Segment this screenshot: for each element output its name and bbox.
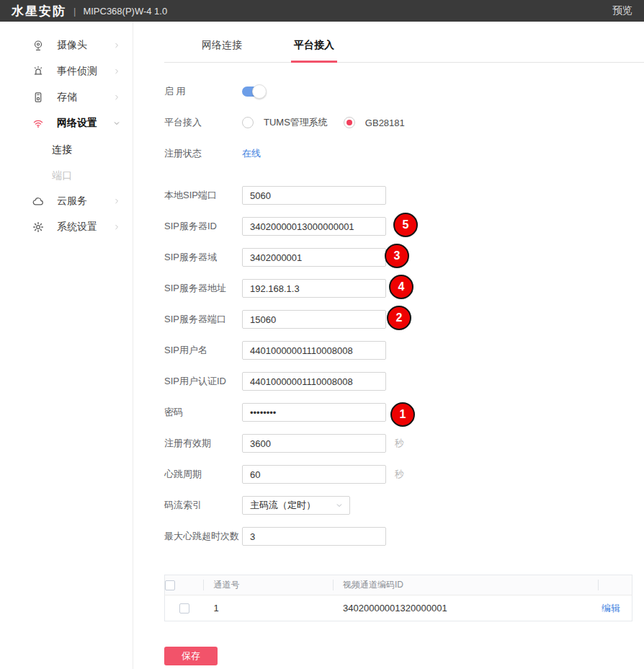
sidebar-item-cloud-service[interactable]: 云服务 (0, 188, 133, 214)
chevron-right-icon (112, 197, 121, 205)
sidebar-item-network-settings[interactable]: 网络设置 (0, 110, 133, 136)
annotation-badge-1: 1 (390, 402, 415, 427)
preview-link[interactable]: 预览 (612, 4, 632, 17)
unit-label: 秒 (395, 437, 404, 450)
radio-gb28181[interactable]: GB28181 (344, 117, 405, 128)
form-row: 注册有效期 秒 (164, 434, 644, 453)
channel-table: 通道号 视频通道编码ID 1 34020000001320000001 编辑 (164, 575, 632, 621)
sidebar-item-camera[interactable]: 摄像头 (0, 32, 133, 58)
field-label: 注册状态 (164, 147, 242, 160)
storage-icon (32, 91, 45, 104)
save-button[interactable]: 保存 (164, 647, 218, 665)
register-validity-input[interactable] (242, 434, 386, 453)
form-row: SIP用户认证ID (164, 372, 644, 391)
sidebar: 摄像头 事件侦测 存储 (0, 22, 133, 669)
unit-label: 秒 (395, 468, 404, 481)
column-header-channel: 通道号 (203, 575, 333, 595)
sidebar-item-label: 事件侦测 (57, 65, 97, 78)
annotation-badge-5: 5 (393, 213, 418, 237)
chevron-right-icon (112, 93, 121, 102)
register-status-value: 在线 (242, 147, 261, 160)
field-label: 最大心跳超时次数 (164, 530, 242, 543)
form-row: 密码 1 (164, 403, 644, 422)
sidebar-item-label: 存储 (57, 91, 77, 104)
wifi-icon (32, 117, 45, 130)
main-content: 网络连接 平台接入 启 用 平台接入 TUMS管理系统 GB28181 (133, 22, 644, 669)
channel-number-cell: 1 (203, 595, 333, 621)
form-row: SIP服务器域 3 (164, 248, 644, 267)
field-label: 密码 (164, 406, 242, 419)
field-label: SIP服务器端口 (164, 313, 242, 326)
stream-index-select[interactable]: 主码流（定时） (242, 496, 350, 515)
sip-server-address-input[interactable] (242, 279, 386, 298)
sidebar-item-event-detection[interactable]: 事件侦测 (0, 58, 133, 84)
chevron-down-icon (112, 119, 121, 128)
radio-circle (344, 117, 355, 128)
topbar: 水星安防 | MIPC368(P)W-4 1.0 预览 (0, 0, 644, 22)
chevron-right-icon (112, 67, 121, 76)
alarm-icon (32, 65, 45, 78)
table-row: 1 34020000001320000001 编辑 (165, 595, 632, 621)
sidebar-item-system-settings[interactable]: 系统设置 (0, 214, 133, 240)
local-sip-port-input[interactable] (242, 186, 386, 205)
annotation-badge-3: 3 (385, 244, 409, 268)
cloud-icon (32, 195, 45, 208)
field-label: 平台接入 (164, 116, 242, 129)
column-header-action (598, 575, 632, 595)
sidebar-subitem-port[interactable]: 端口 (0, 162, 133, 188)
sip-server-domain-input[interactable] (242, 248, 386, 267)
platform-access-form: 启 用 平台接入 TUMS管理系统 GB28181 注册状态 在线 (164, 63, 644, 665)
field-label: SIP用户认证ID (164, 375, 242, 388)
device-model: MIPC368(P)W-4 1.0 (83, 6, 167, 17)
tab-bar: 网络连接 平台接入 (164, 22, 644, 63)
column-header-encoding-id: 视频通道编码ID (333, 575, 598, 595)
select-value: 主码流（定时） (250, 499, 316, 512)
enable-toggle[interactable] (242, 87, 264, 97)
form-row: SIP服务器ID 5 (164, 217, 644, 236)
tab-network-connection[interactable]: 网络连接 (199, 39, 245, 62)
chevron-right-icon (112, 223, 121, 231)
chevron-right-icon (112, 41, 121, 50)
radio-circle (242, 117, 254, 128)
annotation-badge-2: 2 (387, 306, 411, 330)
sidebar-item-label: 摄像头 (57, 39, 87, 52)
form-row-register-status: 注册状态 在线 (164, 144, 644, 163)
form-row: 心跳周期 秒 (164, 465, 644, 484)
password-input[interactable] (242, 403, 386, 422)
form-row: 码流索引 主码流（定时） (164, 496, 644, 515)
gear-icon (32, 221, 45, 234)
row-checkbox[interactable] (179, 603, 189, 613)
chevron-down-icon (335, 501, 344, 510)
sip-username-input[interactable] (242, 341, 386, 360)
edit-link[interactable]: 编辑 (601, 603, 620, 613)
sidebar-item-label: 网络设置 (57, 117, 97, 130)
sidebar-subitem-connection[interactable]: 连接 (0, 136, 133, 162)
sip-server-id-input[interactable] (242, 217, 386, 236)
radio-label: TUMS管理系统 (264, 116, 328, 129)
field-label: 启 用 (164, 85, 242, 98)
camera-icon (32, 39, 45, 52)
tab-platform-access[interactable]: 平台接入 (291, 39, 337, 63)
sip-server-port-input[interactable] (242, 310, 386, 329)
form-row-platform: 平台接入 TUMS管理系统 GB28181 (164, 113, 644, 132)
table-header-row: 通道号 视频通道编码ID (165, 575, 632, 595)
heartbeat-period-input[interactable] (242, 465, 386, 484)
radio-label: GB28181 (365, 118, 405, 128)
toggle-knob (252, 84, 267, 99)
max-heartbeat-timeout-input[interactable] (242, 527, 386, 546)
field-label: 注册有效期 (164, 437, 242, 450)
annotation-badge-4: 4 (389, 275, 413, 299)
field-label: SIP服务器ID (164, 220, 242, 233)
sidebar-item-label: 系统设置 (57, 221, 97, 234)
logo-divider: | (73, 6, 76, 17)
form-row: SIP用户名 (164, 341, 644, 360)
form-row: 本地SIP端口 (164, 186, 644, 205)
field-label: SIP服务器地址 (164, 282, 242, 295)
sidebar-item-storage[interactable]: 存储 (0, 84, 133, 110)
brand-logo: 水星安防 (12, 3, 66, 19)
field-label: 本地SIP端口 (164, 189, 242, 202)
radio-tums[interactable]: TUMS管理系统 (242, 116, 328, 129)
field-label: SIP服务器域 (164, 251, 242, 264)
select-all-checkbox[interactable] (165, 580, 175, 590)
sip-auth-id-input[interactable] (242, 372, 386, 391)
